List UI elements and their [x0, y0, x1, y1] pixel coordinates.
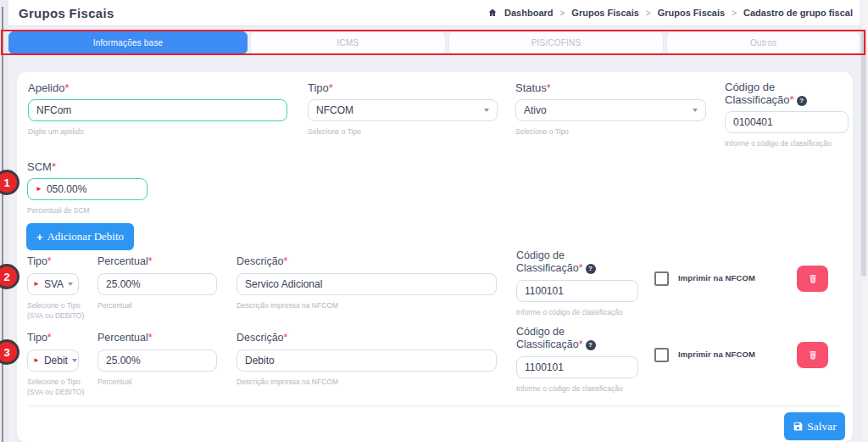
- breadcrumb-separator: >: [560, 8, 565, 18]
- debit-descricao-input[interactable]: [236, 350, 497, 372]
- tab-outros[interactable]: Outros: [666, 31, 860, 54]
- apelido-label: Apelido*: [28, 81, 287, 94]
- debit-percentual-helper: Percentual: [97, 377, 217, 387]
- footer-divider: [29, 406, 841, 406]
- main-form-card: Apelido* Digite um apelido Tipo* NFCOM S…: [17, 72, 853, 442]
- tipo-label: Tipo*: [308, 81, 498, 94]
- imprimir-nfcom-checkbox[interactable]: [654, 348, 669, 362]
- debit-descricao-label: Descrição*: [236, 332, 497, 344]
- help-icon[interactable]: ?: [586, 264, 596, 274]
- scrollbar-thumb[interactable]: [861, 31, 866, 277]
- debit-codigo-input[interactable]: [516, 356, 638, 378]
- top-header: Grupos Fiscais Dashboard > Grupos Fiscai…: [8, 0, 868, 26]
- breadcrumb-item-dashboard[interactable]: Dashboard: [504, 8, 553, 18]
- debit-codigo-input[interactable]: [516, 280, 638, 302]
- debit-codigo-label: Código de Classificação*?: [516, 249, 620, 275]
- tipo-select[interactable]: NFCOM: [308, 99, 498, 121]
- debit-tipo-helper: Selecione o Tipo(SVA ou DEBITO): [27, 300, 95, 321]
- trash-icon: [808, 350, 818, 361]
- delete-debit-button[interactable]: [797, 342, 828, 368]
- codigo-classificacao-helper: Informe o código de classificação: [725, 138, 849, 148]
- trash-icon: [808, 273, 818, 284]
- status-select[interactable]: Ativo: [515, 99, 706, 121]
- debit-percentual-label: Percentual*: [97, 332, 217, 344]
- debit-descricao-label: Descrição*: [236, 255, 497, 268]
- chevron-down-icon: [72, 359, 77, 362]
- breadcrumb-item-grupos-fiscais-2[interactable]: Grupos Fiscais: [658, 8, 725, 18]
- breadcrumb: Dashboard > Grupos Fiscais > Grupos Fisc…: [487, 8, 853, 18]
- adicionar-debito-button[interactable]: + Adicionar Debito: [26, 223, 134, 250]
- status-label: Status*: [515, 81, 706, 94]
- debit-percentual-label: Percentual*: [97, 255, 217, 268]
- home-icon: [487, 8, 498, 18]
- left-edge-line: [2, 7, 3, 442]
- chevron-down-icon: [484, 109, 489, 112]
- help-icon[interactable]: ?: [797, 96, 807, 106]
- breadcrumb-separator: >: [646, 8, 651, 18]
- salvar-button[interactable]: Salvar: [784, 412, 845, 440]
- debit-tipo-select[interactable]: ► SVA: [27, 273, 79, 295]
- breadcrumb-item-grupos-fiscais-1[interactable]: Grupos Fiscais: [571, 8, 638, 18]
- save-disk-icon: [793, 421, 804, 432]
- codigo-classificacao-input[interactable]: [725, 111, 849, 133]
- annotation-pointer-icon: ►: [36, 186, 42, 193]
- debit-descricao-input[interactable]: [236, 273, 497, 295]
- plus-icon: +: [36, 231, 43, 243]
- chevron-down-icon: [68, 283, 73, 286]
- tipo-helper: Selecione o Tipo: [308, 126, 498, 137]
- tab-icms[interactable]: ICMS: [250, 31, 446, 54]
- debit-tipo-helper: Selecione o Tipo(SVA ou DEBITO): [27, 377, 95, 397]
- page-title: Grupos Fiscais: [19, 6, 114, 20]
- annotation-pointer-icon: ►: [33, 357, 40, 364]
- imprimir-nfcom-checkbox[interactable]: [654, 271, 669, 286]
- debit-percentual-input[interactable]: [97, 350, 217, 372]
- delete-debit-button[interactable]: [797, 266, 828, 292]
- apelido-input[interactable]: [28, 99, 287, 121]
- breadcrumb-item-cadastro[interactable]: Cadastro de grupo fiscal: [743, 8, 853, 18]
- debit-codigo-helper: Informe o código de classificação: [516, 383, 638, 394]
- scm-input[interactable]: ► 050.00%: [27, 178, 147, 200]
- chevron-down-icon: [693, 109, 698, 112]
- status-helper: Selecione o Tipo: [515, 126, 706, 137]
- tab-pis-cofins[interactable]: PIS/COFINS: [448, 31, 664, 54]
- help-icon[interactable]: ?: [586, 340, 596, 350]
- debit-codigo-helper: Informe o código de classificação: [516, 307, 638, 317]
- debit-descricao-helper: Descrição impressa na NFCOM: [236, 300, 497, 311]
- breadcrumb-separator: >: [732, 8, 737, 18]
- debit-tipo-label: Tipo*: [27, 332, 79, 344]
- apelido-helper: Digite um apelido: [28, 126, 287, 137]
- debit-tipo-select[interactable]: ► Debit: [27, 350, 79, 372]
- debit-percentual-helper: Percentual: [97, 300, 217, 311]
- tab-informacoes-base[interactable]: Informações base: [8, 31, 248, 54]
- debit-codigo-label: Código de Classificação*?: [516, 326, 620, 351]
- debit-descricao-helper: Descrição impressa na NFCOM: [236, 377, 497, 387]
- imprimir-nfcom-label: Imprimir na NFCOM: [678, 273, 755, 283]
- imprimir-nfcom-label: Imprimir na NFCOM: [678, 350, 755, 359]
- left-gutter: [0, 0, 8, 442]
- codigo-classificacao-label: Código de Classificação*?: [725, 81, 828, 106]
- scm-label: SCM*: [27, 160, 147, 173]
- annotation-pointer-icon: ►: [33, 281, 40, 288]
- debit-percentual-input[interactable]: [97, 273, 217, 295]
- debit-tipo-label: Tipo*: [27, 255, 79, 268]
- scm-helper: Percentual de SCM: [27, 205, 147, 215]
